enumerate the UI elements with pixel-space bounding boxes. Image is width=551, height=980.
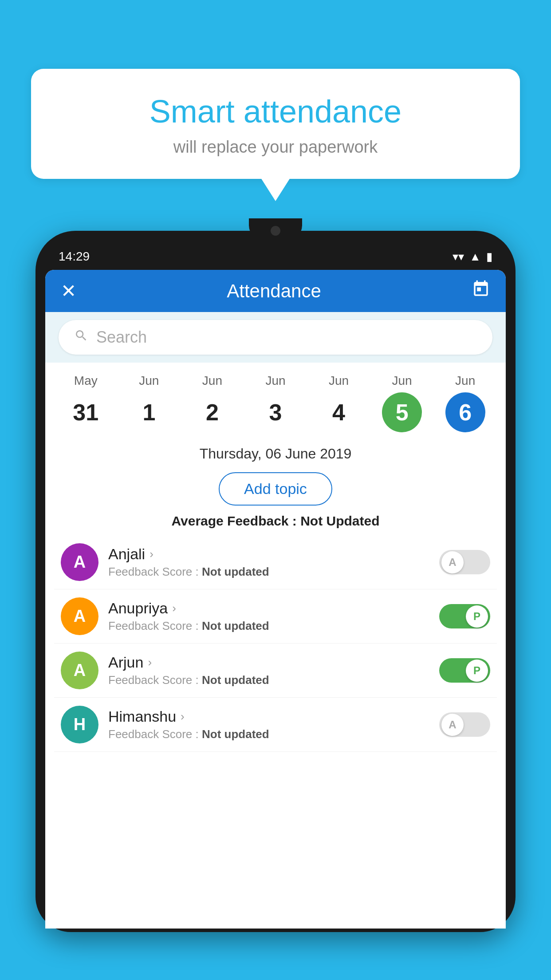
avatar: H <box>61 706 98 743</box>
student-info: Himanshu ›Feedback Score : Not updated <box>108 708 429 741</box>
avg-feedback: Average Feedback : Not Updated <box>45 514 506 529</box>
phone-screen: ✕ Attendance Search <box>45 270 506 929</box>
student-item[interactable]: AAnupriya ›Feedback Score : Not updatedP <box>54 589 497 644</box>
search-icon <box>74 328 88 346</box>
calendar-day[interactable]: Jun1 <box>125 374 173 432</box>
status-bar: 14:29 ▾▾ ▲ ▮ <box>45 243 506 270</box>
phone-wrapper: 14:29 ▾▾ ▲ ▮ ✕ Attendance <box>35 231 516 980</box>
search-wrapper: Search <box>45 312 506 363</box>
student-name: Arjun › <box>108 654 429 671</box>
speech-bubble: Smart attendance will replace your paper… <box>31 69 520 179</box>
search-bar[interactable]: Search <box>59 320 492 355</box>
toggle-knob: P <box>466 660 488 682</box>
add-topic-button[interactable]: Add topic <box>219 472 332 506</box>
speech-bubble-container: Smart attendance will replace your paper… <box>31 69 520 179</box>
camera-dot <box>271 226 280 236</box>
calendar-day[interactable]: May31 <box>61 374 110 432</box>
calendar-day[interactable]: Jun6 <box>441 374 490 432</box>
attendance-toggle[interactable]: P <box>439 604 490 628</box>
status-icons: ▾▾ ▲ ▮ <box>453 250 492 264</box>
battery-icon: ▮ <box>486 250 492 264</box>
avatar: A <box>61 543 98 581</box>
chevron-right-icon: › <box>181 710 185 723</box>
student-name: Anupriya › <box>108 600 429 617</box>
close-button[interactable]: ✕ <box>61 280 76 302</box>
app-title: Attendance <box>227 281 321 302</box>
student-info: Anupriya ›Feedback Score : Not updated <box>108 600 429 633</box>
calendar-day[interactable]: Jun5 <box>378 374 426 432</box>
student-list: AAnjali ›Feedback Score : Not updatedAAA… <box>45 535 506 752</box>
bubble-title: Smart attendance <box>58 93 493 130</box>
feedback-score: Feedback Score : Not updated <box>108 727 429 741</box>
feedback-score: Feedback Score : Not updated <box>108 673 429 687</box>
student-info: Anjali ›Feedback Score : Not updated <box>108 545 429 579</box>
toggle-knob: A <box>441 551 464 573</box>
student-name: Anjali › <box>108 545 429 563</box>
toggle-knob: A <box>441 714 464 736</box>
student-item[interactable]: HHimanshu ›Feedback Score : Not updatedA <box>54 698 497 752</box>
chevron-right-icon: › <box>172 601 176 615</box>
attendance-toggle[interactable]: A <box>439 712 490 737</box>
status-time: 14:29 <box>59 249 90 264</box>
feedback-score: Feedback Score : Not updated <box>108 565 429 579</box>
student-item[interactable]: AArjun ›Feedback Score : Not updatedP <box>54 644 497 698</box>
student-name: Himanshu › <box>108 708 429 725</box>
signal-icon: ▲ <box>469 250 481 264</box>
phone-outer: 14:29 ▾▾ ▲ ▮ ✕ Attendance <box>35 231 516 932</box>
avatar: A <box>61 652 98 689</box>
calendar-day[interactable]: Jun3 <box>251 374 300 432</box>
student-item[interactable]: AAnjali ›Feedback Score : Not updatedA <box>54 535 497 589</box>
calendar-day[interactable]: Jun2 <box>188 374 236 432</box>
chevron-right-icon: › <box>148 656 152 669</box>
feedback-score: Feedback Score : Not updated <box>108 619 429 633</box>
selected-date-text: Thursday, 06 June 2019 <box>54 446 497 462</box>
calendar-strip: May31Jun1Jun2Jun3Jun4Jun5Jun6 <box>45 363 506 439</box>
attendance-toggle[interactable]: P <box>439 658 490 683</box>
calendar-day[interactable]: Jun4 <box>315 374 363 432</box>
bubble-subtitle: will replace your paperwork <box>58 138 493 157</box>
selected-date-info: Thursday, 06 June 2019 <box>45 439 506 464</box>
chevron-right-icon: › <box>150 547 153 561</box>
search-placeholder: Search <box>96 328 147 347</box>
attendance-toggle[interactable]: A <box>439 550 490 574</box>
wifi-icon: ▾▾ <box>453 250 464 264</box>
app-header: ✕ Attendance <box>45 270 506 312</box>
avatar: A <box>61 597 98 635</box>
student-info: Arjun ›Feedback Score : Not updated <box>108 654 429 687</box>
phone-notch <box>249 218 302 243</box>
toggle-knob: P <box>466 605 488 628</box>
calendar-button[interactable] <box>472 280 490 302</box>
